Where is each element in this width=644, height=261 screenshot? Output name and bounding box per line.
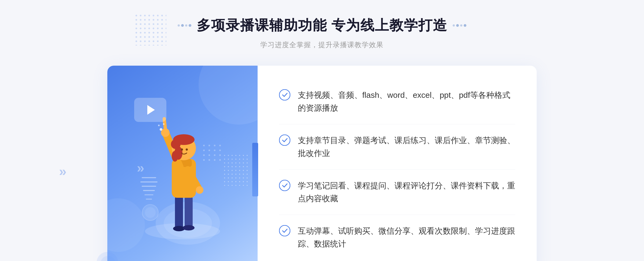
chevron-decoration: » — [59, 163, 67, 179]
svg-point-12 — [214, 154, 215, 156]
play-bubble — [134, 98, 166, 122]
title-dots-left — [178, 24, 191, 27]
dot-8 — [464, 24, 466, 27]
svg-point-39 — [158, 125, 160, 126]
dot-2 — [181, 24, 184, 27]
svg-point-50 — [279, 135, 290, 146]
check-icon-1 — [279, 89, 290, 100]
svg-point-17 — [219, 159, 221, 161]
dot-1 — [178, 24, 180, 27]
header-section: 多项录播课辅助功能 专为线上教学打造 学习进度全掌握，提升录播课教学效果 — [178, 16, 466, 50]
svg-point-5 — [219, 145, 221, 146]
svg-text:»: » — [137, 160, 144, 175]
svg-point-16 — [214, 159, 215, 161]
svg-point-35 — [172, 151, 178, 162]
feature-item-3: 学习笔记回看、课程提问、课程评论打分、课件资料下载，重点内容收藏 — [279, 170, 515, 215]
illus-dots — [223, 154, 250, 186]
svg-point-40 — [163, 123, 164, 125]
page-container: 多项录播课辅助功能 专为线上教学打造 学习进度全掌握，提升录播课教学效果 — [0, 0, 644, 261]
svg-point-13 — [219, 154, 221, 156]
svg-point-36 — [181, 148, 183, 151]
feature-item-1: 支持视频、音频、flash、word、excel、ppt、pdf等各种格式的资源… — [279, 79, 515, 124]
svg-point-9 — [219, 150, 221, 151]
svg-point-2 — [203, 145, 205, 146]
svg-point-14 — [203, 159, 205, 161]
dot-5 — [453, 24, 455, 27]
svg-point-51 — [279, 180, 290, 191]
dot-3 — [185, 24, 187, 27]
svg-rect-20 — [175, 196, 183, 229]
content-panel: 支持视频、音频、flash、word、excel、ppt、pdf等各种格式的资源… — [258, 66, 537, 261]
svg-point-23 — [183, 225, 195, 230]
main-card: » — [107, 66, 537, 261]
svg-rect-21 — [185, 196, 193, 227]
feature-text-3: 学习笔记回看、课程提问、课程评论打分、课件资料下载，重点内容收藏 — [298, 179, 515, 205]
accent-bar — [252, 143, 258, 196]
page-title: 多项录播课辅助功能 专为线上教学打造 — [197, 16, 447, 35]
title-dots-right — [453, 24, 466, 27]
title-wrapper: 多项录播课辅助功能 专为线上教学打造 — [178, 16, 466, 35]
svg-point-4 — [214, 145, 215, 146]
svg-point-48 — [145, 207, 156, 218]
decorative-dots-1 — [134, 13, 166, 46]
page-subtitle: 学习进度全掌握，提升录播课教学效果 — [178, 40, 466, 50]
svg-point-11 — [208, 154, 210, 156]
svg-point-3 — [208, 145, 210, 146]
svg-point-10 — [203, 154, 205, 156]
feature-item-4: 互动弹幕、试听购买、微信分享、观看次数限制、学习进度跟踪、数据统计 — [279, 215, 515, 260]
feature-text-1: 支持视频、音频、flash、word、excel、ppt、pdf等各种格式的资源… — [298, 89, 515, 114]
svg-point-37 — [186, 148, 188, 151]
feature-item-2: 支持章节目录、弹题考试、课后练习、课后作业、章节测验、批改作业 — [279, 124, 515, 170]
feature-text-4: 互动弹幕、试听购买、微信分享、观看次数限制、学习进度跟踪、数据统计 — [298, 225, 515, 250]
feature-text-2: 支持章节目录、弹题考试、课后练习、课后作业、章节测验、批改作业 — [298, 134, 515, 160]
check-icon-2 — [279, 135, 290, 146]
svg-point-30 — [196, 186, 203, 194]
svg-point-15 — [208, 159, 210, 161]
svg-point-52 — [279, 225, 290, 236]
check-icon-3 — [279, 180, 290, 191]
svg-point-8 — [214, 150, 215, 151]
check-icon-4 — [279, 225, 290, 236]
dot-6 — [456, 24, 459, 27]
svg-point-38 — [160, 128, 162, 131]
svg-point-7 — [208, 150, 210, 151]
illustration-panel: » — [107, 66, 258, 261]
svg-point-6 — [203, 150, 205, 151]
dot-4 — [189, 24, 191, 27]
svg-point-49 — [279, 90, 290, 100]
play-icon — [147, 105, 155, 115]
dot-7 — [460, 24, 462, 27]
